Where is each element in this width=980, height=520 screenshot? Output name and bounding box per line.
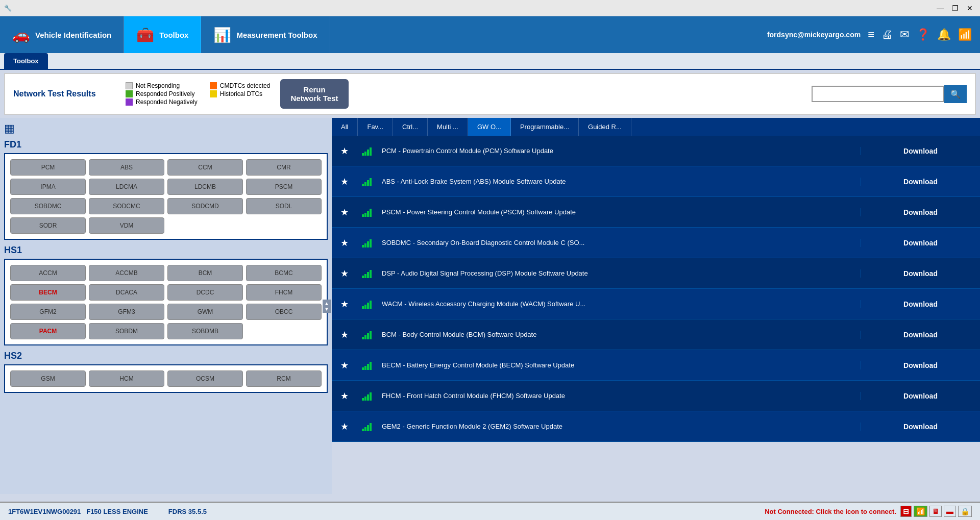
download-btn-gem2[interactable]: Download [903, 423, 938, 431]
module-DCDC[interactable]: DCDC [167, 284, 243, 301]
module-LDCMB[interactable]: LDCMB [167, 179, 243, 195]
sub-tab-toolbox[interactable]: Toolbox [4, 53, 48, 69]
tab-toolbox[interactable]: 🧰 Toolbox [124, 16, 201, 53]
filter-tab-all[interactable]: All [332, 118, 358, 136]
search-button[interactable]: 🔍 [944, 85, 967, 103]
print-icon[interactable]: 🖨 [881, 28, 893, 41]
filter-tab-bar: All Fav... Ctrl... Multi ... GW O... Pro… [332, 118, 980, 136]
filter-tab-ctrl[interactable]: Ctrl... [393, 118, 428, 136]
module-FHCM[interactable]: FHCM [246, 284, 322, 301]
search-input[interactable] [812, 86, 944, 102]
email-icon[interactable]: ✉ [900, 28, 909, 41]
star-becm[interactable]: ★ [332, 360, 357, 371]
module-ACCMB[interactable]: ACCMB [89, 265, 164, 281]
module-OBCC[interactable]: OBCC [246, 304, 322, 320]
scroll-thumb[interactable]: ▲ ▼ [323, 300, 331, 313]
status-icon-device[interactable]: 🖥 [929, 506, 942, 517]
module-IPMA[interactable]: IPMA [10, 179, 86, 195]
legend-right: CMDTCs detected Historical DTCs [210, 82, 271, 106]
module-LDCMA[interactable]: LDCMA [89, 179, 164, 195]
signal-bar-4 [370, 331, 372, 339]
module-CMR[interactable]: CMR [246, 159, 322, 176]
status-icon-battery[interactable]: ▬ [944, 506, 956, 517]
download-btn-pcm[interactable]: Download [903, 147, 938, 155]
star-pscm[interactable]: ★ [332, 207, 357, 218]
maximize-button[interactable]: ❐ [949, 3, 962, 13]
signal-bar-4 [370, 301, 372, 309]
minimize-button[interactable]: — [934, 3, 947, 13]
module-VDM[interactable]: VDM [89, 217, 164, 234]
star-dsp[interactable]: ★ [332, 268, 357, 279]
status-icon-signal[interactable]: 📶 [914, 506, 927, 517]
module-OCSM[interactable]: OCSM [167, 370, 243, 387]
module-BCM[interactable]: BCM [167, 265, 243, 281]
download-btn-pscm[interactable]: Download [903, 208, 938, 216]
download-btn-abs[interactable]: Download [903, 178, 938, 186]
signal-abs [357, 177, 376, 186]
module-CCM[interactable]: CCM [167, 159, 243, 176]
signal-bar-2 [364, 427, 366, 431]
module-ABS[interactable]: ABS [89, 159, 164, 176]
module-DCACA[interactable]: DCACA [89, 284, 164, 301]
filter-tab-fav[interactable]: Fav... [358, 118, 393, 136]
close-button[interactable]: ✕ [964, 3, 976, 13]
section-box-hs1: ACCM ACCMB BCM BCMC BECM DCACA DCDC FHCM… [4, 259, 328, 345]
download-btn-wacm[interactable]: Download [903, 300, 938, 308]
star-wacm[interactable]: ★ [332, 299, 357, 310]
module-ACCM[interactable]: ACCM [10, 265, 86, 281]
legend-label-responded-positively: Responded Positively [136, 90, 194, 97]
status-icon-lock[interactable]: 🔒 [958, 506, 972, 517]
module-GWM[interactable]: GWM [167, 304, 243, 320]
module-RCM[interactable]: RCM [246, 370, 322, 387]
title-bar-controls[interactable]: — ❐ ✕ [934, 3, 976, 13]
filter-tab-guided[interactable]: Guided R... [579, 118, 631, 136]
module-GSM[interactable]: GSM [10, 370, 86, 387]
module-SODCMD[interactable]: SODCMD [167, 198, 243, 214]
module-PACM[interactable]: PACM [10, 323, 86, 339]
legend-color-not-responding [126, 82, 133, 89]
status-icon-connect[interactable]: ⊟ [900, 506, 912, 517]
module-PCM[interactable]: PCM [10, 159, 86, 176]
filter-tab-multi[interactable]: Multi ... [428, 118, 468, 136]
star-fhcm[interactable]: ★ [332, 390, 357, 402]
filter-tab-gw[interactable]: GW O... [468, 118, 511, 136]
module-SODR[interactable]: SODR [10, 217, 86, 234]
module-SOBDMB[interactable]: SOBDMB [167, 323, 243, 339]
signal-bar-1 [362, 153, 364, 156]
module-PSCM[interactable]: PSCM [246, 179, 322, 195]
star-gem2[interactable]: ★ [332, 421, 357, 432]
download-btn-bcm[interactable]: Download [903, 331, 938, 339]
star-abs[interactable]: ★ [332, 176, 357, 187]
module-SODL[interactable]: SODL [246, 198, 322, 214]
module-BCMC[interactable]: BCMC [246, 265, 322, 281]
download-cell-dsp: Download [861, 269, 980, 278]
star-bcm[interactable]: ★ [332, 329, 357, 340]
notification-icon[interactable]: 🔔 [937, 28, 951, 41]
download-btn-fhcm[interactable]: Download [903, 392, 938, 400]
module-SODCMC[interactable]: SODCMC [89, 198, 164, 214]
rerun-network-test-button[interactable]: RerunNetwork Test [280, 79, 348, 109]
hamburger-menu-icon[interactable]: ≡ [868, 28, 874, 41]
filter-tab-programmable[interactable]: Programmable... [511, 118, 579, 136]
signal-bars-sobdmc [362, 238, 372, 247]
update-name-abs: ABS - Anti-Lock Brake System (ABS) Modul… [376, 174, 861, 189]
module-grid-hs1: ACCM ACCMB BCM BCMC BECM DCACA DCDC FHCM… [10, 265, 322, 339]
download-btn-dsp[interactable]: Download [903, 269, 938, 278]
download-cell-sobdmc: Download [861, 239, 980, 247]
module-BECM[interactable]: BECM [10, 284, 86, 301]
module-GFM2[interactable]: GFM2 [10, 304, 86, 320]
download-btn-becm[interactable]: Download [903, 361, 938, 369]
module-GFM3[interactable]: GFM3 [89, 304, 164, 320]
star-pcm[interactable]: ★ [332, 145, 357, 157]
tab-measurement-toolbox[interactable]: 📊 Measurement Toolbox [201, 16, 330, 53]
tab-vehicle-identification[interactable]: 🚗 Vehicle Identification [0, 16, 124, 53]
help-icon[interactable]: ❓ [916, 28, 930, 41]
wireless-icon[interactable]: 📶 [958, 28, 972, 41]
module-HCM[interactable]: HCM [89, 370, 164, 387]
star-sobdmc[interactable]: ★ [332, 237, 357, 249]
grid-view-icon[interactable]: ▦ [4, 122, 328, 135]
star-icon-abs: ★ [340, 176, 349, 187]
download-btn-sobdmc[interactable]: Download [903, 239, 938, 247]
module-SOBDM[interactable]: SOBDM [89, 323, 164, 339]
module-SOBDMC[interactable]: SOBDMC [10, 198, 86, 214]
